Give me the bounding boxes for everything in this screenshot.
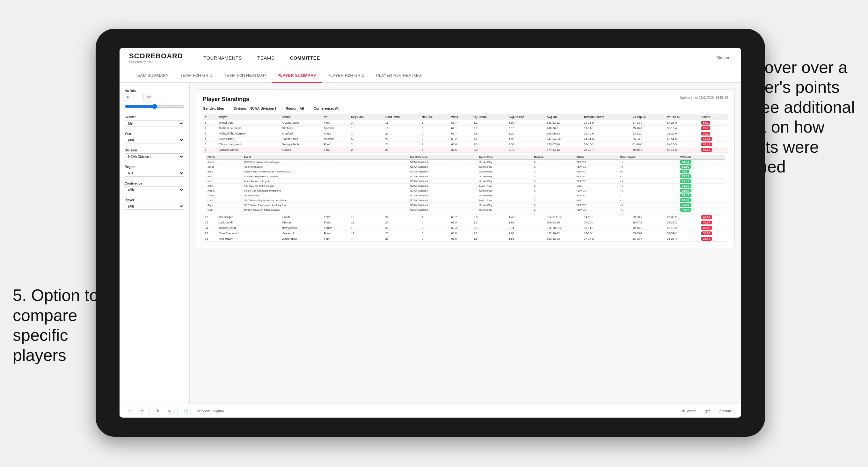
cell-rds: 2 <box>420 136 449 142</box>
cell-record: 27-10-2 <box>582 142 630 147</box>
cell-vs50: 61-20-3 <box>665 142 700 147</box>
tt-type: Stroke Play <box>477 203 532 208</box>
cell-points[interactable]: 76.2 <box>700 126 728 131</box>
cell-reg-rank: 1 <box>349 131 383 136</box>
tt-event: Amer An Intercollegiate <box>242 179 408 184</box>
comment-btn[interactable]: 💬 <box>703 407 712 414</box>
cell-to-par: 2.34 <box>507 142 545 147</box>
tt-row: Bren Wake Forest Invitational at Pinehur… <box>206 169 725 174</box>
table-header-row: # Player School Yr Reg Rank Conf Rank No… <box>203 114 728 120</box>
cell-points[interactable]: 58.54 <box>700 136 728 142</box>
sidebar-no-rds: No Rds. <box>125 89 184 110</box>
tt-player: Tiger <box>206 203 242 208</box>
no-rds-min-input[interactable] <box>125 94 144 100</box>
col-conf-rank: Conf Rank <box>383 114 420 120</box>
tt-points: 46.7 <box>678 169 725 174</box>
cell-vs25: 50-16-8 <box>630 147 665 153</box>
tt-points: 40.64 <box>678 160 725 164</box>
tt-type: Match Play <box>477 198 532 203</box>
cell-vs25: 17-23-0 <box>630 120 665 126</box>
undo-btn[interactable]: ↩ <box>126 407 134 414</box>
cell-record: 19-11-1 <box>582 126 630 131</box>
subnav-player-h2h-heatmap[interactable]: PLAYER H2H HEATMAP <box>370 68 428 83</box>
tt-type: Stroke Play <box>477 193 532 198</box>
tt-row: Matti Mirabel Maui Jim Intercollegiate N… <box>206 208 725 212</box>
standings-table: # Player School Yr Reg Rank Conf Rank No… <box>203 114 728 242</box>
col-adj-score: Adj. Score <box>470 114 506 120</box>
share-btn[interactable]: ↗ Share <box>716 407 735 414</box>
nav-committee[interactable]: COMMITTEE <box>282 48 328 68</box>
no-rds-max-input[interactable] <box>145 94 164 100</box>
tt-rank: +3 <box>618 179 678 184</box>
col-avg-sg: Avg SG <box>545 114 582 120</box>
tt-rounds: 3 <box>532 188 575 193</box>
main-content: No Rds. Gender Men Women <box>120 83 741 404</box>
cell-vs50: 65-54-6 <box>665 136 700 142</box>
col-wins: Wins <box>449 114 470 120</box>
cell-player: Michael Le Sasso <box>217 126 280 131</box>
cell-points[interactable]: 70.2 <box>700 131 728 136</box>
cell-school: Ole Miss <box>280 126 322 131</box>
tt-status: PLAYED <box>575 179 618 184</box>
conference-select[interactable]: (All) <box>125 186 184 193</box>
tt-player: Jake I <box>206 184 242 188</box>
subnav-team-summary[interactable]: TEAM SUMMARY <box>129 68 174 83</box>
tt-type: Stroke Play <box>477 188 532 193</box>
clock-btn[interactable]: 🕐 <box>181 407 191 414</box>
redo-btn[interactable]: ↪ <box>138 407 146 414</box>
region-select[interactable]: N/A <box>125 170 184 177</box>
cell-points[interactable]: 58.18 <box>700 147 728 153</box>
points-badge: 38.95 <box>701 231 712 235</box>
cell-points[interactable]: 88.2 <box>700 120 728 126</box>
subnav-team-h2h-heatmap[interactable]: TEAM H2H HEATMAP <box>218 68 272 83</box>
tt-status: PLAYED <box>575 169 618 174</box>
tt-row: Pitch Southern Highlands Collegiate NCAA… <box>206 174 725 179</box>
logo-scoreboard: SCOREBOARD <box>129 52 183 60</box>
nav-tournaments[interactable]: TOURNAMENTS <box>196 48 250 68</box>
cell-avg-sg: 547-142-38 <box>545 136 582 142</box>
tt-division: NCAA Division I <box>408 160 477 164</box>
col-rds: No Rds. <box>420 114 449 120</box>
bottom-toolbar: ↩ ↪ ⚙ ⧉ 🕐 👁 View: Original <box>120 404 741 417</box>
no-rds-slider[interactable] <box>125 104 184 109</box>
tt-type: Stroke Play <box>477 179 532 184</box>
tt-type: Stroke Play <box>477 160 532 164</box>
tt-points: 16.50 <box>678 188 725 193</box>
table-row: 23Jack LundinMissouriFourth 1124068.5-2.… <box>203 220 728 225</box>
tt-col-rounds: Rounds <box>532 155 575 160</box>
cell-adj-score: -2.6 <box>470 131 506 136</box>
subnav-team-h2h-grid[interactable]: TEAM H2H GRID <box>174 68 218 83</box>
tt-rank: +1 <box>618 198 678 203</box>
tt-status: PLAYED <box>575 160 618 164</box>
sign-out-link[interactable]: Sign out <box>716 56 732 60</box>
view-original-btn[interactable]: 👁 View: Original <box>195 408 226 414</box>
settings-btn[interactable]: ⚙ <box>154 407 162 414</box>
player-select[interactable]: (All) <box>125 203 184 210</box>
toolbar-sep1 <box>150 408 150 414</box>
conference-label: Conference <box>125 182 184 185</box>
year-select[interactable]: (All) <box>125 137 184 144</box>
tt-division: NCAA Division I <box>408 184 477 188</box>
cell-vs25: 61-20-3 <box>630 142 665 147</box>
col-player: Player <box>217 114 280 120</box>
cell-points[interactable]: 40.49 <box>700 142 728 147</box>
watch-btn[interactable]: 👁 Watch <box>679 408 699 414</box>
tt-points: 73.33 <box>678 174 725 179</box>
tt-division: NCAA Division I <box>408 208 477 212</box>
division-select[interactable]: NCAA Division I <box>125 153 184 160</box>
cell-wins: 68.2 <box>449 136 470 142</box>
tt-type: Stroke Play <box>477 174 532 179</box>
logo-sub: Powered by clippi <box>129 60 183 64</box>
subnav-player-summary[interactable]: PLAYER SUMMARY <box>272 68 322 83</box>
sidebar-division: Division NCAA Division I <box>125 149 184 160</box>
tt-rank: +1 <box>618 208 678 212</box>
cell-vs50: 23-22-0 <box>665 131 700 136</box>
subnav-player-h2h-grid[interactable]: PLAYER H2H GRID <box>322 68 370 83</box>
copy-btn[interactable]: ⧉ <box>166 407 174 414</box>
cell-player: Michael Thorbjornsen <box>217 131 280 136</box>
gender-select[interactable]: Men Women <box>125 120 184 127</box>
nav-teams[interactable]: TEAMS <box>250 48 282 68</box>
points-badge: 40.49 <box>701 143 712 146</box>
tt-status: PLAYED <box>575 164 618 169</box>
cell-adj-score: -3.2 <box>470 120 506 126</box>
